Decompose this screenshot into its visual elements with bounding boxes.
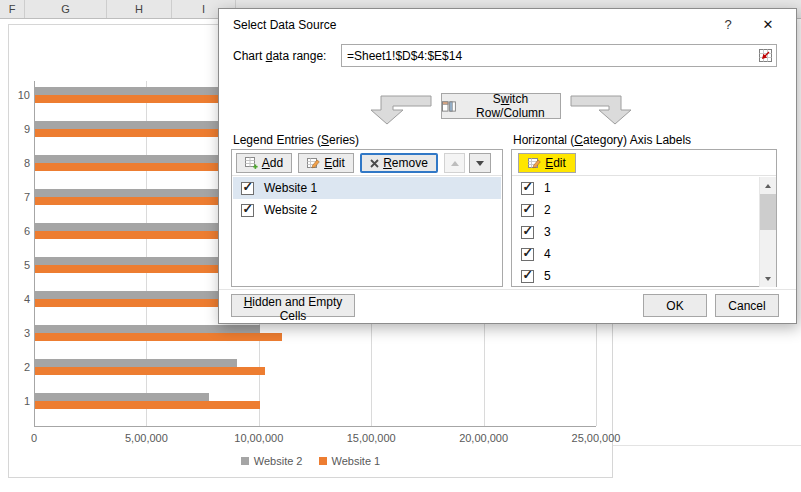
axis-label-row[interactable]: 2	[513, 199, 758, 221]
legend-item[interactable]: Website 2	[241, 455, 303, 467]
scroll-down-icon	[765, 277, 771, 281]
axis-label-value: 1	[544, 181, 551, 195]
column-header-f[interactable]: F	[0, 0, 25, 18]
axis-label-row[interactable]: 3	[513, 221, 758, 243]
axis-label-row[interactable]: 1	[513, 177, 758, 199]
label-mnemonic: A	[262, 156, 270, 170]
y-axis-category-label: 6	[9, 225, 30, 237]
switch-row-column-button[interactable]: Switch Row/Column	[441, 93, 561, 119]
column-header-g[interactable]: G	[25, 0, 107, 18]
bar-website-1	[35, 367, 265, 375]
label-mnemonic: H	[244, 295, 253, 309]
close-button[interactable]: ✕	[754, 14, 782, 36]
remove-icon	[370, 159, 379, 168]
remove-label: Remove	[383, 156, 428, 170]
legend-entries-label: Legend Entries (Series)	[233, 133, 359, 147]
bar-website-2	[35, 393, 209, 401]
axis-labels-panel: Edit 1 2 3 4 5	[511, 149, 777, 287]
scrollbar-thumb[interactable]	[760, 194, 776, 230]
x-axis-tick-label: 10,00,000	[234, 432, 283, 444]
label-part: eries)	[329, 133, 359, 147]
chart-legend: Website 2Website 1	[9, 455, 612, 467]
x-axis-line	[34, 426, 596, 427]
cancel-button[interactable]: Cancel	[715, 294, 779, 317]
worksheet-gridline	[613, 445, 801, 446]
label-mnemonic: S	[321, 133, 329, 147]
checkbox-checked[interactable]	[241, 182, 254, 195]
y-axis-category-label: 10	[9, 89, 30, 101]
y-axis-category-label: 7	[9, 191, 30, 203]
y-axis-category-label: 5	[9, 259, 30, 271]
label-part: idden and Empty Cells	[252, 295, 342, 323]
checkbox-checked[interactable]	[521, 270, 534, 283]
axis-label-value: 5	[544, 269, 551, 283]
label-mnemonic: C	[574, 133, 583, 147]
label-part: ata range:	[272, 49, 326, 63]
edit-label: Edit	[324, 156, 345, 170]
range-selector-icon	[758, 48, 773, 63]
axis-list-scrollbar[interactable]	[759, 177, 776, 287]
label-part: emove	[392, 156, 428, 170]
switch-arrow-left-icon	[353, 91, 433, 127]
axis-labels-label: Horizontal (Category) Axis Labels	[513, 133, 691, 147]
chart-data-range-field	[341, 44, 777, 67]
edit-series-button[interactable]: Edit	[298, 153, 354, 173]
checkbox-checked[interactable]	[521, 204, 534, 217]
axis-label-value: 4	[544, 247, 551, 261]
chart-data-range-input[interactable]	[342, 45, 754, 66]
bar-website-2	[35, 359, 237, 367]
hidden-and-empty-cells-button[interactable]: Hidden and Empty Cells	[231, 294, 355, 317]
axis-edit-button[interactable]: Edit	[518, 153, 576, 173]
label-part: dd	[270, 156, 283, 170]
y-axis-category-label: 2	[9, 361, 30, 373]
axis-edit-label: Edit	[545, 156, 566, 170]
axis-label-value: 2	[544, 203, 551, 217]
add-series-button[interactable]: Add	[236, 153, 292, 173]
legend-label: Website 1	[332, 455, 381, 467]
scroll-up-button[interactable]	[760, 177, 776, 194]
label-part: S	[493, 92, 501, 106]
scroll-down-button[interactable]	[760, 270, 776, 287]
dialog-separator	[219, 289, 796, 290]
column-header-h[interactable]: H	[107, 0, 172, 18]
dialog-title: Select Data Source	[233, 18, 336, 32]
label-part: I	[202, 3, 205, 15]
checkbox-checked[interactable]	[521, 248, 534, 261]
select-data-source-dialog: Select Data Source ? ✕ Chart data range:	[218, 8, 797, 324]
checkbox-checked[interactable]	[241, 204, 254, 217]
y-axis-category-label: 9	[9, 123, 30, 135]
legend-label: Website 2	[254, 455, 303, 467]
move-series-up-button[interactable]	[444, 153, 465, 173]
label-mnemonic: R	[383, 156, 392, 170]
edit-icon	[528, 157, 541, 169]
down-arrow-icon	[476, 161, 484, 166]
y-axis-category-label: 3	[9, 327, 30, 339]
y-axis-category-label: 1	[9, 395, 30, 407]
x-axis-tick-label: 0	[31, 432, 37, 444]
remove-series-button[interactable]: Remove	[360, 153, 438, 173]
switch-row-column-label: Switch Row/Column	[461, 92, 560, 120]
help-button[interactable]: ?	[718, 17, 738, 32]
checkbox-checked[interactable]	[521, 182, 534, 195]
series-row[interactable]: Website 2	[233, 199, 501, 221]
move-series-down-button[interactable]	[469, 153, 491, 173]
legend-swatch	[319, 457, 327, 465]
axis-labels-toolbar: Edit	[512, 150, 776, 176]
excel-window: F G H I 05,00,00010,00,00015,00,00020,00…	[0, 0, 801, 492]
legend-item[interactable]: Website 1	[319, 455, 381, 467]
range-selector-button[interactable]	[754, 45, 776, 66]
switch-row-column-icon	[442, 100, 456, 113]
chart-data-range-label: Chart data range:	[233, 49, 326, 63]
series-row[interactable]: Website 1	[233, 177, 501, 199]
label-mnemonic: E	[545, 156, 553, 170]
axis-label-row[interactable]: 5	[513, 265, 758, 287]
checkbox-checked[interactable]	[521, 226, 534, 239]
legend-entries-panel: Add Edit Remove	[231, 149, 503, 287]
label-part: Legend Entries (	[233, 133, 321, 147]
y-axis-category-label: 8	[9, 157, 30, 169]
ok-button[interactable]: OK	[643, 294, 707, 317]
axis-label-row[interactable]: 4	[513, 243, 758, 265]
series-name: Website 1	[264, 181, 317, 195]
label-part: Horizontal (	[513, 133, 574, 147]
label-part: F	[9, 3, 16, 15]
